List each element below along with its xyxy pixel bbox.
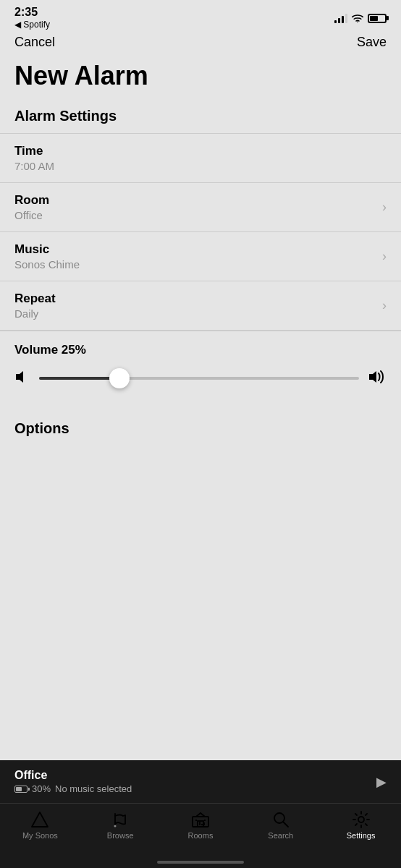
time-label: Time [14,144,387,158]
status-bar: 2:35 ◀ Spotify [0,0,401,32]
play-button[interactable]: ▶ [376,774,387,790]
music-content: Music Sonos Chime [14,242,80,271]
music-label: Music [14,242,80,257]
room-label: Room [14,193,49,208]
volume-min-icon [14,369,30,388]
options-header: Options [14,420,387,437]
my-sonos-icon [30,811,50,828]
page-title: New Alarm [0,56,401,108]
room-value: Office [14,209,49,221]
signal-icon [334,13,347,23]
alarm-settings-header: Alarm Settings [0,108,401,133]
tab-settings-label: Settings [347,831,376,840]
home-indicator [157,861,244,864]
volume-slider-fill [39,377,119,380]
svg-marker-1 [16,371,23,383]
time-value: 7:00 AM [14,160,387,172]
repeat-item[interactable]: Repeat Daily › [0,281,401,331]
music-item[interactable]: Music Sonos Chime › [0,231,401,281]
tab-search[interactable]: Search [240,811,321,840]
save-button[interactable]: Save [357,35,387,50]
volume-section: Volume 25% [0,331,401,406]
music-value: Sonos Chime [14,258,80,271]
volume-slider[interactable] [39,377,359,380]
alarm-settings-list: Time 7:00 AM Room Office › Music Sonos C… [0,133,401,331]
room-item[interactable]: Room Office › [0,182,401,231]
room-chevron-icon: › [382,200,387,215]
repeat-value: Daily [14,307,56,320]
tab-browse[interactable]: Browse [80,811,161,840]
repeat-content: Repeat Daily [14,292,56,320]
wifi-icon [352,14,363,22]
music-chevron-icon: › [382,249,387,264]
status-left: 2:35 ◀ Spotify [14,7,50,30]
tab-my-sonos[interactable]: My Sonos [0,811,80,840]
volume-max-icon [368,369,387,388]
tab-search-label: Search [268,831,293,840]
now-playing-battery-icon [14,786,28,793]
repeat-label: Repeat [14,292,56,306]
repeat-chevron-icon: › [382,298,387,313]
cancel-button[interactable]: Cancel [14,35,55,50]
tab-my-sonos-label: My Sonos [22,831,58,840]
now-playing-info: Office 30% No music selected [14,769,132,794]
tab-rooms[interactable]: Rooms [161,811,241,840]
nav-bar: Cancel Save [0,32,401,56]
tab-rooms-label: Rooms [188,831,214,840]
status-spotify: ◀ Spotify [14,20,50,30]
svg-marker-2 [369,371,376,383]
svg-marker-3 [32,812,48,827]
volume-slider-thumb[interactable] [109,368,130,388]
now-playing-battery-percent: 30% [32,783,51,794]
rooms-icon [190,811,211,828]
svg-point-0 [357,21,358,22]
options-section: Options [0,406,401,437]
volume-label: Volume 25% [14,343,387,357]
now-playing-no-music: No music selected [55,783,132,794]
volume-slider-row [14,369,387,388]
status-time: 2:35 [14,7,38,18]
tab-settings[interactable]: Settings [321,811,401,840]
tab-bar: My Sonos Browse [0,803,401,868]
svg-point-4 [114,825,117,827]
svg-line-14 [283,822,288,827]
svg-rect-5 [193,817,208,827]
now-playing-bar: Office 30% No music selected ▶ [0,760,401,803]
room-content: Room Office [14,193,49,221]
status-icons [334,13,387,23]
svg-point-15 [358,817,364,822]
browse-icon [110,811,130,828]
now-playing-room: Office [14,769,132,782]
tab-browse-label: Browse [107,831,134,840]
search-icon [271,811,291,828]
now-playing-sub: 30% No music selected [14,783,132,794]
battery-icon [368,14,387,23]
settings-icon [351,811,371,828]
time-item[interactable]: Time 7:00 AM [0,133,401,182]
